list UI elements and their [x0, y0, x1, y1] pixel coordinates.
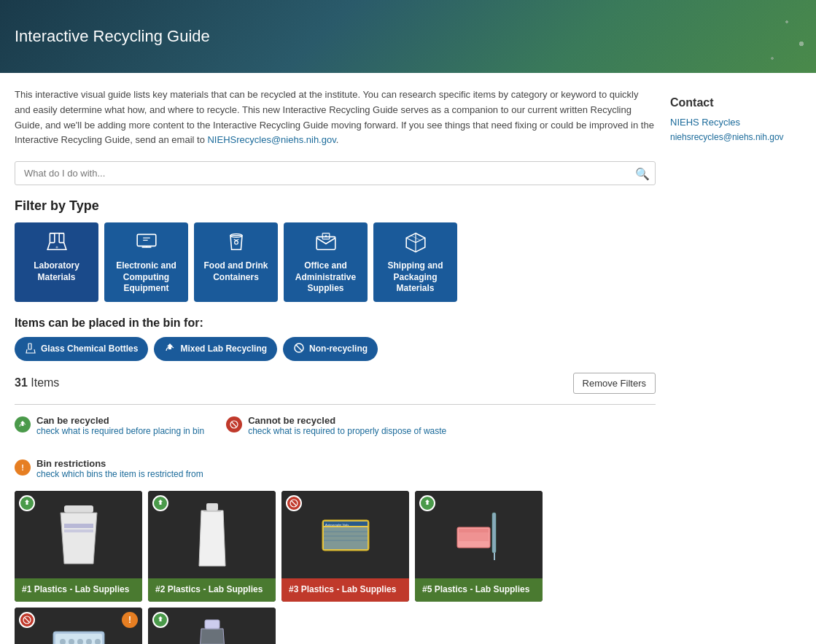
- product-card-3[interactable]: Autosampler Vials #3 Plastics - Lab Supp…: [281, 491, 409, 602]
- recycle-icon-green: [15, 416, 31, 432]
- status-icon-green-6: [152, 612, 168, 628]
- svg-rect-38: [459, 537, 489, 539]
- legend-item-cannot-recycle: Cannot be recycled check what is require…: [226, 415, 446, 436]
- product-card-2[interactable]: #2 Plastics - Lab Supplies: [148, 491, 276, 602]
- header-background-decoration: [670, 0, 816, 73]
- svg-point-13: [325, 236, 326, 237]
- svg-rect-30: [324, 527, 368, 549]
- product-card-1[interactable]: #1 Plastics - Lab Supplies: [15, 491, 142, 602]
- svg-point-3: [55, 247, 58, 249]
- svg-line-26: [292, 501, 296, 505]
- page-title: Interactive Recycling Guide: [15, 27, 210, 46]
- legend-text-bin-restrictions: Bin restrictions check which bins the it…: [36, 458, 203, 479]
- exclamation-mark: !: [21, 463, 24, 472]
- cup-icon: [225, 230, 248, 256]
- svg-rect-20: [64, 505, 93, 513]
- filter-btn-shipping-label: Shipping andPackagingMaterials: [388, 260, 443, 295]
- svg-rect-15: [28, 344, 31, 349]
- product-label-3: #3 Plastics - Lab Supplies: [281, 578, 409, 602]
- no-recycle-icon: [226, 416, 242, 432]
- flask-bin-icon: [25, 342, 36, 356]
- filter-heading: Filter by Type: [15, 198, 656, 214]
- bin-btn-non[interactable]: Non-recycling: [283, 337, 378, 361]
- svg-line-19: [232, 422, 236, 427]
- contact-name: NIEHS Recycles: [670, 117, 801, 128]
- product-card-4[interactable]: #5 Plastics - Lab Supplies: [415, 491, 543, 602]
- page-header: Interactive Recycling Guide: [0, 0, 816, 73]
- svg-rect-40: [492, 513, 496, 553]
- svg-rect-60: [205, 620, 219, 629]
- items-bar: 31 Items Remove Filters: [15, 373, 656, 394]
- product-image-area-6: [148, 608, 276, 644]
- status-icon-green-2: [152, 495, 168, 511]
- legend-text-can-recycle: Can be recycled check what is required b…: [36, 415, 204, 436]
- filter-btn-food[interactable]: Food and DrinkContainers: [194, 222, 278, 302]
- product-image-4: [450, 505, 508, 564]
- no-bin-icon: [293, 342, 305, 356]
- recycle-bin-icon: [164, 342, 176, 356]
- product-image-area-3: Autosampler Vials: [281, 491, 409, 578]
- svg-rect-21: [64, 524, 93, 528]
- svg-rect-22: [64, 529, 93, 532]
- search-button[interactable]: 🔍: [635, 166, 650, 180]
- product-image-area-5: !: [15, 608, 142, 644]
- product-image-area-2: [148, 491, 276, 578]
- items-count: 31 Items: [15, 376, 59, 389]
- product-card-5[interactable]: ! #6 Plastics - Lab Supplies - Colored o: [15, 608, 142, 644]
- bin-btn-glass[interactable]: Glass Chemical Bottles: [15, 337, 148, 361]
- svg-line-42: [25, 618, 29, 622]
- svg-line-17: [296, 345, 302, 351]
- svg-rect-0: [50, 233, 54, 243]
- bin-btn-mixed-label: Mixed Lab Recycling: [180, 344, 267, 354]
- status-icon-green-1: [19, 495, 35, 511]
- sidebar-contact: Contact NIEHS Recycles niehsrecycles@nie…: [670, 88, 801, 151]
- search-input[interactable]: [15, 161, 656, 185]
- search-container: 🔍: [15, 161, 656, 185]
- content-area: This interactive visual guide lists key …: [15, 88, 656, 644]
- product-label-1: #1 Plastics - Lab Supplies: [15, 578, 142, 602]
- status-icon-green-4: [419, 495, 435, 511]
- filter-btn-office[interactable]: Office andAdministrativeSupplies: [284, 222, 368, 302]
- status-icon-red-5: [19, 612, 35, 628]
- remove-filters-button[interactable]: Remove Filters: [573, 373, 656, 394]
- bin-btn-glass-label: Glass Chemical Bottles: [41, 344, 138, 354]
- filter-btn-office-label: Office andAdministrativeSupplies: [295, 260, 356, 295]
- filter-btn-lab-label: LaboratoryMaterials: [34, 260, 79, 283]
- bin-btn-non-label: Non-recycling: [309, 344, 368, 354]
- svg-rect-24: [203, 511, 221, 512]
- flask-icon: [45, 230, 69, 256]
- legend-item-bin-restrictions: ! Bin restrictions check which bins the …: [15, 458, 203, 479]
- product-label-2: #2 Plastics - Lab Supplies: [148, 578, 276, 602]
- svg-rect-36: [459, 532, 489, 535]
- intro-text: This interactive visual guide lists key …: [15, 88, 656, 148]
- bin-buttons-container: Glass Chemical Bottles Mixed Lab Recycli…: [15, 337, 656, 361]
- contact-email-sidebar[interactable]: niehsrecycles@niehs.nih.gov: [670, 132, 784, 142]
- computer-icon: [135, 230, 158, 256]
- warning-icon: !: [15, 459, 31, 476]
- product-image-5: [50, 626, 108, 644]
- product-card-6[interactable]: #6 Plastics - Lab Supplies - Crystal Cle…: [148, 608, 276, 644]
- product-image-6: [190, 618, 234, 644]
- contact-heading: Contact: [670, 96, 801, 109]
- contact-email-link[interactable]: NIEHSrecycles@niehs.nih.gov: [207, 134, 335, 145]
- product-image-3: Autosampler Vials: [316, 505, 375, 564]
- filter-btn-electronic[interactable]: Electronic andComputingEquipment: [104, 222, 188, 302]
- product-grid: #1 Plastics - Lab Supplies: [15, 491, 656, 644]
- legend-item-can-recycle: Can be recycled check what is required b…: [15, 415, 204, 436]
- svg-point-10: [234, 241, 238, 244]
- bin-heading: Items can be placed in the bin for:: [15, 317, 656, 330]
- bin-btn-mixed[interactable]: Mixed Lab Recycling: [154, 337, 277, 361]
- product-image-area-4: [415, 491, 543, 578]
- filter-btn-lab[interactable]: LaboratoryMaterials: [15, 222, 98, 302]
- svg-rect-23: [206, 503, 218, 511]
- warning-icon-5: !: [122, 612, 138, 628]
- svg-rect-1: [59, 233, 63, 243]
- product-label-4: #5 Plastics - Lab Supplies: [415, 578, 543, 602]
- filter-btn-electronic-label: Electronic andComputingEquipment: [116, 260, 176, 295]
- product-image-2: [190, 502, 234, 567]
- legend-text-cannot-recycle: Cannot be recycled check what is require…: [248, 415, 446, 436]
- status-icon-red-3: [286, 495, 302, 511]
- svg-rect-39: [459, 539, 489, 541]
- filter-btn-shipping[interactable]: Shipping andPackagingMaterials: [373, 222, 457, 302]
- svg-rect-37: [459, 535, 489, 537]
